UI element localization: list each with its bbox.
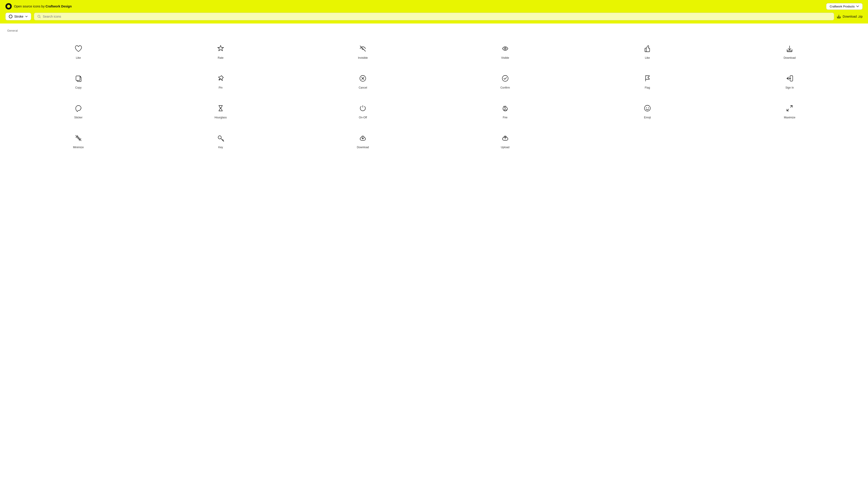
search-icon bbox=[37, 15, 41, 18]
logo-icon bbox=[5, 3, 12, 9]
search-box[interactable] bbox=[34, 13, 834, 20]
icon-label-maximize: Maximize bbox=[784, 116, 796, 119]
copy-icon bbox=[74, 74, 83, 86]
download-zip-icon bbox=[837, 14, 841, 19]
icon-item-flag[interactable]: Flag bbox=[576, 67, 718, 96]
icon-label-like-heart: Like bbox=[76, 56, 81, 59]
icon-label-hourglass: Hourglass bbox=[215, 116, 227, 119]
icon-label-visible: Visible bbox=[501, 56, 509, 59]
icon-item-copy[interactable]: Copy bbox=[7, 67, 149, 96]
icon-item-download-tray[interactable]: Download bbox=[719, 37, 861, 67]
icon-label-cancel: Cancel bbox=[359, 86, 367, 89]
icon-item-confirm[interactable]: Confirm bbox=[434, 67, 576, 96]
svg-rect-3 bbox=[76, 76, 80, 80]
top-bar: Open source icons by Craftwork Design Cr… bbox=[0, 0, 868, 13]
icon-item-download-cloud[interactable]: Download bbox=[292, 126, 434, 156]
icon-item-emoji[interactable]: Emoji bbox=[576, 96, 718, 126]
minimize-icon bbox=[74, 133, 83, 146]
emoji-icon bbox=[643, 104, 652, 116]
icon-item-upload-cloud[interactable]: Upload bbox=[434, 126, 576, 156]
icon-label-upload-cloud: Upload bbox=[501, 146, 509, 149]
svg-point-7 bbox=[645, 105, 650, 111]
chevron-down-icon bbox=[856, 5, 859, 8]
key-icon bbox=[216, 133, 225, 146]
svg-point-5 bbox=[502, 75, 508, 81]
icon-item-maximize[interactable]: Maximize bbox=[719, 96, 861, 126]
icon-label-sticker: Sticker bbox=[74, 116, 83, 119]
sign-in-icon bbox=[785, 74, 794, 86]
icon-item-sticker[interactable]: Sticker bbox=[7, 96, 149, 126]
flag-icon bbox=[643, 74, 652, 86]
invisible-icon bbox=[358, 44, 367, 56]
download-cloud-icon bbox=[358, 133, 367, 146]
search-input[interactable] bbox=[43, 15, 831, 18]
icon-label-copy: Copy bbox=[75, 86, 82, 89]
like-thumb-icon bbox=[643, 44, 652, 56]
icon-item-cancel[interactable]: Cancel bbox=[292, 67, 434, 96]
icon-label-like-thumb: Like bbox=[645, 56, 650, 59]
icon-item-fire[interactable]: Fire bbox=[434, 96, 576, 126]
download-zip-button[interactable]: Download .zip bbox=[837, 14, 863, 19]
like-heart-icon bbox=[74, 44, 83, 56]
icon-label-confirm: Confirm bbox=[500, 86, 510, 89]
icon-label-rate-star: Rate bbox=[218, 56, 223, 59]
icon-label-download-cloud: Download bbox=[357, 146, 369, 149]
stroke-icon bbox=[9, 15, 12, 18]
icon-item-hourglass[interactable]: Hourglass bbox=[149, 96, 291, 126]
sticker-icon bbox=[74, 104, 83, 116]
maximize-icon bbox=[785, 104, 794, 116]
download-tray-icon bbox=[785, 44, 794, 56]
icon-item-on-off[interactable]: On-Off bbox=[292, 96, 434, 126]
on-off-icon bbox=[358, 104, 367, 116]
cancel-icon bbox=[358, 74, 367, 86]
rate-star-icon bbox=[216, 44, 225, 56]
confirm-icon bbox=[501, 74, 510, 86]
icon-item-pin[interactable]: Pin bbox=[149, 67, 291, 96]
icon-item-sign-in[interactable]: Sign In bbox=[719, 67, 861, 96]
toolbar: Stroke Download .zip bbox=[0, 13, 868, 24]
icon-label-on-off: On-Off bbox=[359, 116, 367, 119]
icon-label-pin: Pin bbox=[219, 86, 222, 89]
icon-item-key[interactable]: Key bbox=[149, 126, 291, 156]
hourglass-icon bbox=[216, 104, 225, 116]
icon-label-fire: Fire bbox=[503, 116, 507, 119]
icon-label-emoji: Emoji bbox=[644, 116, 651, 119]
pin-icon bbox=[216, 74, 225, 86]
icon-item-visible[interactable]: Visible bbox=[434, 37, 576, 67]
craftwork-products-button[interactable]: Craftwork Products bbox=[826, 3, 863, 10]
stroke-chevron-icon bbox=[25, 15, 28, 18]
icon-label-key: Key bbox=[218, 146, 223, 149]
svg-point-8 bbox=[646, 107, 647, 108]
brand-area: Open source icons by Craftwork Design bbox=[5, 3, 72, 9]
header-text: Open source icons by Craftwork Design bbox=[14, 4, 72, 8]
visible-icon bbox=[501, 44, 510, 56]
icon-item-minimize[interactable]: Minimize bbox=[7, 126, 149, 156]
upload-cloud-icon bbox=[501, 133, 510, 146]
fire-icon bbox=[501, 104, 510, 116]
section-title: General bbox=[7, 29, 861, 32]
svg-point-9 bbox=[648, 107, 649, 108]
icon-grid: Like Rate Invisible Visible Like bbox=[7, 37, 861, 156]
logo-inner bbox=[7, 5, 10, 8]
icon-item-like-heart[interactable]: Like bbox=[7, 37, 149, 67]
icon-label-invisible: Invisible bbox=[358, 56, 368, 59]
icon-label-flag: Flag bbox=[645, 86, 650, 89]
icon-label-sign-in: Sign In bbox=[785, 86, 794, 89]
stroke-button[interactable]: Stroke bbox=[5, 13, 31, 20]
content-area: General Like Rate Invisible Visible Like bbox=[0, 24, 868, 162]
icon-item-like-thumb[interactable]: Like bbox=[576, 37, 718, 67]
icon-item-rate-star[interactable]: Rate bbox=[149, 37, 291, 67]
icon-item-invisible[interactable]: Invisible bbox=[292, 37, 434, 67]
icon-label-minimize: Minimize bbox=[73, 146, 84, 149]
icon-label-download-tray: Download bbox=[784, 56, 796, 59]
